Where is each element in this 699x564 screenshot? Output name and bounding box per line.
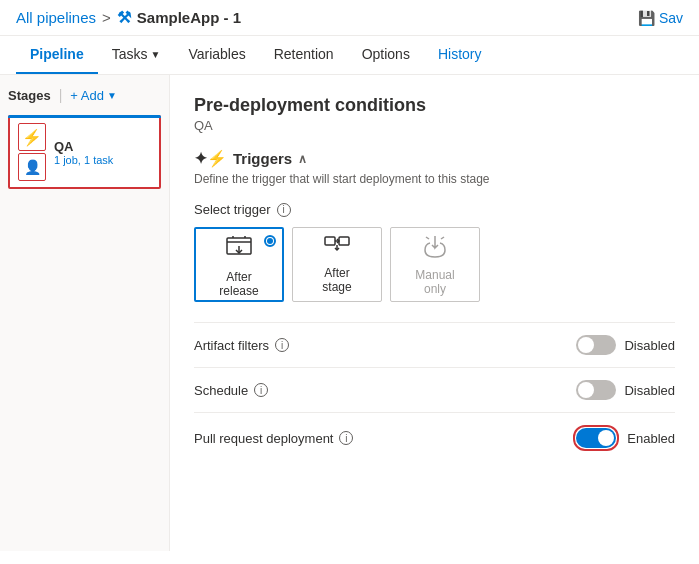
app-name: SampleApp - 1 <box>137 9 241 26</box>
toggle-thumb <box>578 337 594 353</box>
trigger-options: After release After stage <box>194 227 675 302</box>
select-trigger-info-icon[interactable]: i <box>277 203 291 217</box>
pull-request-label: Pull request deployment i <box>194 431 353 446</box>
pull-request-toggle[interactable] <box>576 428 616 448</box>
pipeline-icon: ⚒ <box>117 8 131 27</box>
chevron-down-icon: ▼ <box>150 49 160 60</box>
stages-label: Stages <box>8 88 51 103</box>
schedule-label: Schedule i <box>194 383 268 398</box>
schedule-text: Schedule <box>194 383 248 398</box>
trigger-label-row: Select trigger i <box>194 202 675 217</box>
svg-rect-6 <box>339 237 349 245</box>
triggers-label: Triggers <box>233 150 292 167</box>
trigger-icon-box: ⚡ <box>18 123 46 151</box>
trigger-after-release[interactable]: After release <box>194 227 284 302</box>
top-bar: All pipelines > ⚒ SampleApp - 1 💾 Sav <box>0 0 699 36</box>
trigger-manual-only[interactable]: Manual only <box>390 227 480 302</box>
panel-title: Pre-deployment conditions <box>194 95 675 116</box>
pull-request-row: Pull request deployment i Enabled <box>194 412 675 463</box>
svg-line-9 <box>426 237 429 239</box>
triggers-desc: Define the trigger that will start deplo… <box>194 172 675 186</box>
schedule-row: Schedule i Disabled <box>194 367 675 412</box>
stage-icons: ⚡ 👤 <box>18 123 46 181</box>
after-release-icon <box>225 232 253 264</box>
save-icon: 💾 <box>638 10 655 26</box>
tab-tasks[interactable]: Tasks ▼ <box>98 36 175 74</box>
pull-request-right: Enabled <box>573 425 675 451</box>
tab-options[interactable]: Options <box>348 36 424 74</box>
panel-subtitle: QA <box>194 118 675 133</box>
artifact-filters-right: Disabled <box>576 335 675 355</box>
schedule-toggle[interactable] <box>576 380 616 400</box>
schedule-right: Disabled <box>576 380 675 400</box>
breadcrumb-sep: > <box>102 9 111 26</box>
chevron-down-icon: ▼ <box>107 90 117 101</box>
content-panel: Pre-deployment conditions QA ✦⚡ Triggers… <box>170 75 699 551</box>
app-title: ⚒ SampleApp - 1 <box>117 8 241 27</box>
sidebar: Stages | + Add ▼ ⚡ 👤 QA 1 job, 1 task <box>0 75 170 551</box>
main-content: Stages | + Add ▼ ⚡ 👤 QA 1 job, 1 task Pr… <box>0 75 699 551</box>
pull-request-text: Pull request deployment <box>194 431 333 446</box>
manual-only-icon <box>422 233 448 262</box>
tab-history[interactable]: History <box>424 36 496 74</box>
stage-top-bar <box>8 115 161 118</box>
stage-name: QA <box>54 139 151 154</box>
save-button[interactable]: 💾 Sav <box>638 10 683 26</box>
breadcrumb: All pipelines > ⚒ SampleApp - 1 <box>16 8 241 27</box>
artifact-filters-toggle[interactable] <box>576 335 616 355</box>
artifact-filters-text: Artifact filters <box>194 338 269 353</box>
pull-request-status: Enabled <box>627 431 675 446</box>
tab-retention[interactable]: Retention <box>260 36 348 74</box>
stage-info: QA 1 job, 1 task <box>54 139 151 166</box>
stage-card-qa[interactable]: ⚡ 👤 QA 1 job, 1 task <box>8 115 161 189</box>
radio-selected <box>264 235 276 247</box>
approver-icon-box: 👤 <box>18 153 46 181</box>
schedule-status: Disabled <box>624 383 675 398</box>
save-label: Sav <box>659 10 683 26</box>
stages-header-row: Stages | + Add ▼ <box>8 87 161 103</box>
chevron-up-icon: ∧ <box>298 152 307 166</box>
stage-meta: 1 job, 1 task <box>54 154 151 166</box>
trigger-after-stage[interactable]: After stage <box>292 227 382 302</box>
triggers-icon: ✦⚡ <box>194 149 227 168</box>
manual-only-label: Manual only <box>415 268 454 296</box>
pull-request-info-icon[interactable]: i <box>339 431 353 445</box>
nav-tabs: Pipeline Tasks ▼ Variables Retention Opt… <box>0 36 699 75</box>
svg-line-10 <box>441 237 444 239</box>
all-pipelines-link[interactable]: All pipelines <box>16 9 96 26</box>
toggle-thumb <box>578 382 594 398</box>
artifact-filters-row: Artifact filters i Disabled <box>194 322 675 367</box>
pull-request-toggle-border <box>573 425 619 451</box>
triggers-header: ✦⚡ Triggers ∧ <box>194 149 675 168</box>
tab-variables[interactable]: Variables <box>174 36 259 74</box>
after-release-label: After release <box>219 270 258 298</box>
artifact-filters-info-icon[interactable]: i <box>275 338 289 352</box>
toggle-thumb <box>598 430 614 446</box>
artifact-filters-status: Disabled <box>624 338 675 353</box>
artifact-filters-label: Artifact filters i <box>194 338 289 353</box>
select-trigger-label: Select trigger <box>194 202 271 217</box>
after-stage-icon <box>323 235 351 260</box>
add-stage-button[interactable]: + Add ▼ <box>70 88 117 103</box>
svg-rect-5 <box>325 237 335 245</box>
schedule-info-icon[interactable]: i <box>254 383 268 397</box>
tab-pipeline[interactable]: Pipeline <box>16 36 98 74</box>
after-stage-label: After stage <box>322 266 351 294</box>
